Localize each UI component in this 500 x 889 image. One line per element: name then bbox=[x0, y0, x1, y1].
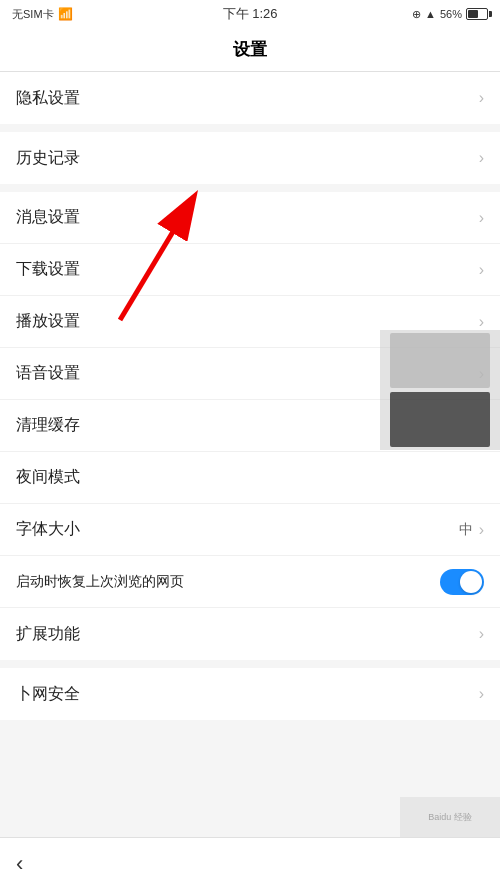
fontsize-value: 中 bbox=[459, 521, 473, 539]
menu-item-nightmode[interactable]: 夜间模式 bbox=[0, 452, 500, 504]
chevron-icon: › bbox=[479, 89, 484, 107]
menu-item-message-label: 消息设置 bbox=[16, 207, 80, 228]
menu-item-history-label: 历史记录 bbox=[16, 148, 80, 169]
chevron-icon: › bbox=[479, 209, 484, 227]
menu-item-history[interactable]: 历史记录 › bbox=[0, 132, 500, 184]
restore-toggle[interactable] bbox=[440, 569, 484, 595]
menu-item-privacy-label: 隐私设置 bbox=[16, 88, 80, 109]
watermark-overlay bbox=[380, 330, 500, 450]
menu-item-cache-label: 清理缓存 bbox=[16, 415, 80, 436]
status-right: ⊕ ▲ 56% bbox=[412, 8, 488, 21]
menu-section-4: 卜网安全 › bbox=[0, 668, 500, 720]
menu-item-netsecurity[interactable]: 卜网安全 › bbox=[0, 668, 500, 720]
battery-icon bbox=[466, 8, 488, 20]
menu-item-fontsize-right: 中 › bbox=[459, 521, 484, 539]
baidu-watermark: Baidu 经验 bbox=[400, 797, 500, 837]
location-icon: ⊕ bbox=[412, 8, 421, 21]
menu-item-download[interactable]: 下载设置 › bbox=[0, 244, 500, 296]
menu-item-download-right: › bbox=[479, 261, 484, 279]
menu-item-netsecurity-label: 卜网安全 bbox=[16, 684, 80, 705]
menu-section-2: 历史记录 › bbox=[0, 132, 500, 184]
chevron-icon: › bbox=[479, 149, 484, 167]
watermark-bottom bbox=[390, 392, 490, 447]
signal-icon: ▲ bbox=[425, 8, 436, 20]
menu-item-restore-label: 启动时恢复上次浏览的网页 bbox=[16, 573, 184, 591]
chevron-icon: › bbox=[479, 685, 484, 703]
battery-percent: 56% bbox=[440, 8, 462, 20]
menu-item-playback-right: › bbox=[479, 313, 484, 331]
page-title: 设置 bbox=[233, 38, 267, 61]
menu-item-download-label: 下载设置 bbox=[16, 259, 80, 280]
menu-item-privacy-right: › bbox=[479, 89, 484, 107]
bottom-nav: ‹ bbox=[0, 837, 500, 889]
chevron-icon: › bbox=[479, 313, 484, 331]
status-time: 下午 1:26 bbox=[223, 5, 278, 23]
back-button[interactable]: ‹ bbox=[16, 851, 23, 877]
title-bar: 设置 bbox=[0, 28, 500, 72]
menu-item-message[interactable]: 消息设置 › bbox=[0, 192, 500, 244]
menu-item-history-right: › bbox=[479, 149, 484, 167]
menu-item-voice-label: 语音设置 bbox=[16, 363, 80, 384]
menu-item-playback-label: 播放设置 bbox=[16, 311, 80, 332]
status-bar: 无SIM卡 📶 下午 1:26 ⊕ ▲ 56% bbox=[0, 0, 500, 28]
battery-fill bbox=[468, 10, 478, 18]
menu-item-netsecurity-right: › bbox=[479, 685, 484, 703]
menu-section-1: 隐私设置 › bbox=[0, 72, 500, 124]
menu-item-restore[interactable]: 启动时恢复上次浏览的网页 bbox=[0, 556, 500, 608]
menu-item-extensions-right: › bbox=[479, 625, 484, 643]
menu-item-restore-right bbox=[440, 569, 484, 595]
menu-item-fontsize[interactable]: 字体大小 中 › bbox=[0, 504, 500, 556]
wifi-icon: 📶 bbox=[58, 7, 73, 21]
menu-item-privacy[interactable]: 隐私设置 › bbox=[0, 72, 500, 124]
menu-item-nightmode-label: 夜间模式 bbox=[16, 467, 80, 488]
watermark-top bbox=[390, 333, 490, 388]
menu-item-extensions[interactable]: 扩展功能 › bbox=[0, 608, 500, 660]
baidu-watermark-text: Baidu 经验 bbox=[428, 811, 472, 824]
chevron-icon: › bbox=[479, 521, 484, 539]
menu-item-fontsize-label: 字体大小 bbox=[16, 519, 80, 540]
chevron-icon: › bbox=[479, 261, 484, 279]
chevron-icon: › bbox=[479, 625, 484, 643]
menu-item-message-right: › bbox=[479, 209, 484, 227]
menu-item-extensions-label: 扩展功能 bbox=[16, 624, 80, 645]
sim-status: 无SIM卡 bbox=[12, 7, 54, 22]
status-left: 无SIM卡 📶 bbox=[12, 7, 73, 22]
